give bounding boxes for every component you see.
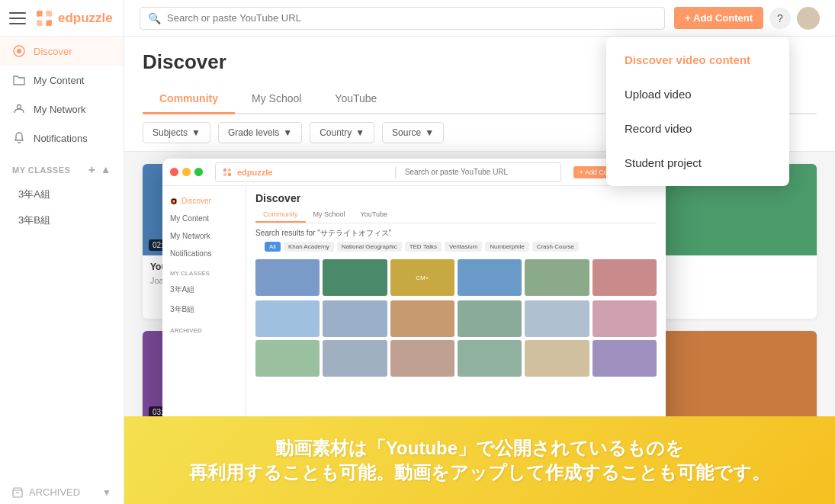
tab-community[interactable]: Community [143, 85, 235, 114]
add-class-icon[interactable]: + [88, 163, 96, 177]
help-icon[interactable]: ? [769, 8, 791, 29]
dropdown-item-upload[interactable]: Upload video [606, 77, 789, 111]
inner-tabs: Community My School YouTube [255, 207, 657, 223]
search-input[interactable] [167, 12, 657, 24]
banner: 動画素材は「Youtube」で公開されているものを 再利用することも可能。動画を… [124, 416, 835, 504]
sidebar-item-notifications-label: Notifications [34, 133, 88, 144]
inner-url-input[interactable] [405, 168, 554, 176]
screenshot-window: | + Add Content ? Discover [162, 159, 666, 441]
svg-rect-15 [228, 173, 231, 176]
inner-vid-3[interactable]: CM× [390, 259, 454, 296]
inner-vid-2[interactable] [323, 259, 387, 296]
sidebar-item-notifications[interactable]: Notifications [0, 124, 124, 152]
sidebar-item-my-network[interactable]: My Network [0, 95, 124, 124]
inner-vid-17[interactable] [525, 340, 589, 377]
inner-vid-15[interactable] [390, 340, 454, 377]
topbar: 🔍 + Add Content ? [124, 0, 835, 37]
dropdown-item-record[interactable]: Record video [606, 111, 789, 146]
inner-search-input[interactable] [237, 168, 387, 177]
inner-source-khan[interactable]: Khan Academy [284, 242, 334, 252]
inner-tab-my-school[interactable]: My School [306, 207, 353, 223]
archived-collapse-icon[interactable]: ▼ [102, 487, 111, 498]
maximize-dot[interactable] [194, 168, 203, 176]
sidebar: edpuzzle Discover My Content My Network … [0, 0, 124, 504]
topbar-actions: + Add Content ? [674, 7, 820, 30]
inner-source-numberphile[interactable]: Numberphile [485, 242, 528, 252]
inner-vid-9[interactable] [390, 300, 454, 337]
inner-source-crash[interactable]: Crash Course [532, 242, 579, 252]
inner-vid-6[interactable] [593, 259, 657, 296]
inner-source-all[interactable]: All [265, 242, 281, 252]
inner-vid-11[interactable] [525, 300, 589, 337]
inner-class-3b[interactable]: 3年B組 [162, 300, 246, 319]
inner-vid-12[interactable] [593, 300, 657, 337]
inner-class-3a[interactable]: 3年A組 [162, 280, 246, 300]
inner-vid-8[interactable] [323, 300, 387, 337]
class-item-3a[interactable]: 3年A組 [0, 181, 124, 207]
sidebar-item-discover[interactable]: Discover [0, 37, 124, 66]
inner-vid-16[interactable] [458, 340, 522, 377]
sidebar-item-my-content[interactable]: My Content [0, 66, 124, 95]
inner-source-ted[interactable]: TED Talks [405, 242, 442, 252]
svg-rect-7 [42, 21, 47, 24]
avatar[interactable] [797, 7, 820, 30]
tab-my-school[interactable]: My School [235, 85, 318, 114]
inner-tab-youtube[interactable]: YouTube [353, 207, 395, 223]
svg-rect-0 [37, 11, 43, 17]
inner-video-grid-row2 [246, 299, 666, 339]
filter-source[interactable]: Source ▼ [382, 122, 444, 143]
inner-tab-community[interactable]: Community [255, 207, 306, 223]
inner-vid-7[interactable] [255, 300, 320, 337]
inner-logo-icon [222, 167, 233, 178]
svg-rect-1 [46, 11, 52, 17]
filter-country[interactable]: Country ▼ [310, 122, 374, 143]
close-dot[interactable] [170, 168, 178, 176]
svg-rect-13 [228, 169, 231, 172]
sidebar-header: edpuzzle [0, 0, 124, 37]
inner-nav-notifications[interactable]: Notifications [162, 245, 246, 262]
chevron-down-icon: ▼ [191, 127, 201, 138]
svg-point-9 [17, 49, 21, 53]
folder-icon [12, 73, 26, 87]
class-item-3b[interactable]: 3年B組 [0, 207, 124, 233]
network-icon [12, 102, 26, 116]
inner-nav-my-content[interactable]: My Content [162, 210, 246, 227]
main-content: 🔍 + Add Content ? Discover video content… [124, 0, 835, 504]
inner-source-national[interactable]: National Geographic [337, 242, 402, 252]
add-content-button[interactable]: + Add Content [674, 7, 763, 29]
inner-search-section: Search results for "サテライトオフィス" All Khan … [246, 223, 666, 256]
search-bar: 🔍 [140, 7, 665, 30]
dropdown-item-student[interactable]: Student project [606, 146, 789, 180]
filter-grade-levels[interactable]: Grade levels ▼ [218, 122, 302, 143]
archived-label: ARCHIVED [29, 486, 80, 498]
inner-vid-14[interactable] [323, 340, 387, 377]
svg-rect-3 [46, 20, 52, 26]
logo: edpuzzle [34, 8, 113, 29]
inner-vid-4[interactable] [458, 259, 522, 296]
dropdown-item-discover[interactable]: Discover video content [606, 43, 789, 77]
filter-subjects[interactable]: Subjects ▼ [143, 122, 210, 143]
archive-icon [12, 487, 23, 498]
svg-rect-12 [223, 169, 226, 172]
inner-source-tabs: All Khan Academy National Geographic TED… [255, 242, 657, 252]
inner-nav-discover[interactable]: Discover [162, 192, 246, 210]
hamburger-icon[interactable] [9, 12, 26, 24]
minimize-dot[interactable] [182, 168, 191, 176]
my-classes-label: MY CLASSES + ▲ [0, 152, 124, 181]
inner-vid-1[interactable] [255, 259, 320, 296]
inner-source-veritasium[interactable]: Veritasium [445, 242, 482, 252]
tab-youtube[interactable]: YouTube [318, 85, 393, 114]
sidebar-item-discover-label: Discover [34, 46, 72, 57]
inner-vid-13[interactable] [255, 340, 320, 377]
inner-nav-my-network[interactable]: My Network [162, 227, 246, 245]
sidebar-item-my-content-label: My Content [34, 75, 84, 86]
svg-rect-4 [42, 13, 47, 16]
inner-main: Discover Community My School YouTube Sea… [246, 186, 666, 441]
inner-vid-10[interactable] [458, 300, 522, 337]
chevron-down-icon: ▼ [283, 127, 292, 138]
inner-vid-5[interactable] [525, 259, 589, 296]
inner-vid-18[interactable] [593, 340, 657, 377]
archived-section[interactable]: ARCHIVED ▼ [0, 480, 124, 504]
collapse-classes-icon[interactable]: ▲ [101, 163, 111, 177]
chevron-down-icon: ▼ [425, 127, 434, 138]
